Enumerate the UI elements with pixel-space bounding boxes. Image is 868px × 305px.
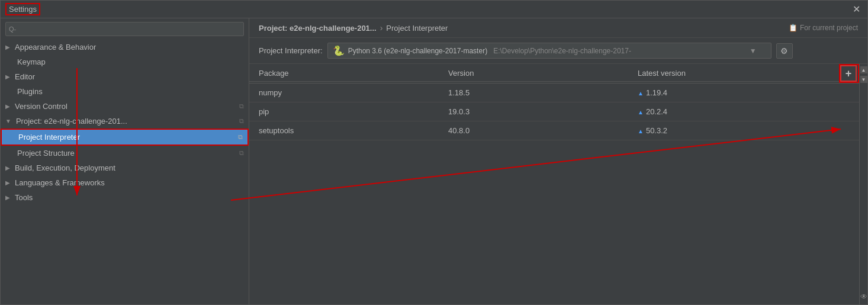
arrow-icon: ▼ [5, 118, 11, 124]
interpreter-path: E:\Develop\Python\e2e-nlg-challenge-2017… [493, 47, 631, 55]
sidebar-item-label: Keymap [17, 57, 46, 66]
gear-button[interactable]: ⚙ [776, 43, 793, 59]
copy-icon: ⧉ [238, 133, 243, 141]
dropdown-arrow-icon: ▼ [750, 47, 757, 55]
upgrade-arrow-icon: ▲ [638, 109, 644, 115]
table-and-scroll: Package Version Latest version + [249, 64, 867, 304]
title-bar: Settings ✕ [1, 1, 867, 18]
scroll-down-button[interactable]: ▼ [860, 76, 867, 83]
package-cell: setuptools [249, 124, 439, 137]
copy-icon: ⧉ [239, 117, 244, 125]
eye-icon[interactable]: 👁 [860, 293, 867, 300]
sidebar: Q- ▶ Appearance & Behavior Keymap ▶ Edit… [1, 18, 249, 304]
title-bar-title-wrap: Settings [5, 3, 40, 15]
sidebar-item-project-interpreter[interactable]: Project Interpreter ⧉ [2, 130, 247, 145]
arrow-icon: ▶ [5, 194, 10, 201]
version-cell: 19.0.3 [439, 105, 628, 118]
sidebar-item-label: Project Interpreter [18, 133, 80, 142]
col-latest-header: Latest version [628, 69, 839, 78]
interpreter-name: Python 3.6 (e2e-nlg-challenge-2017-maste… [348, 47, 487, 55]
window-title: Settings [9, 5, 37, 14]
arrow-icon: ▶ [5, 179, 10, 186]
search-input[interactable] [5, 22, 244, 36]
add-package-button[interactable]: + [840, 65, 857, 82]
search-icon: Q- [9, 25, 16, 33]
sidebar-item-languages[interactable]: ▶ Languages & Frameworks [1, 175, 249, 190]
table-row[interactable]: pip 19.0.3 ▲20.2.4 [249, 102, 859, 121]
for-current-project-label: For current project [800, 24, 858, 32]
table-header-row: Package Version Latest version + [249, 64, 859, 84]
sidebar-item-label: Tools [15, 193, 33, 202]
interpreter-label: Project Interpreter: [259, 46, 323, 55]
version-cell: 40.8.0 [439, 124, 628, 137]
col-package-header: Package [249, 69, 439, 78]
arrow-icon: ▶ [5, 103, 10, 110]
sidebar-item-label: Plugins [17, 87, 43, 96]
main-content: Q- ▶ Appearance & Behavior Keymap ▶ Edit… [1, 18, 867, 304]
breadcrumb-separator: › [380, 23, 383, 33]
package-cell: pip [249, 105, 439, 118]
latest-cell: ▲20.2.4 [628, 105, 859, 118]
sidebar-item-label: Build, Execution, Deployment [15, 163, 115, 172]
package-cell: numpy [249, 86, 439, 99]
sidebar-item-label: Version Control [15, 102, 67, 111]
sidebar-item-appearance[interactable]: ▶ Appearance & Behavior [1, 40, 249, 54]
arrow-icon: ▶ [5, 44, 10, 50]
sidebar-item-keymap[interactable]: Keymap [1, 54, 249, 69]
col-version-header: Version [439, 69, 628, 78]
latest-cell: ▲50.3.2 [628, 124, 859, 137]
sidebar-item-tools[interactable]: ▶ Tools [1, 190, 249, 205]
copy-icon: ⧉ [239, 149, 244, 157]
arrow-icon: ▶ [5, 73, 10, 80]
copy-icon: ⧉ [239, 102, 244, 110]
sidebar-item-label: Languages & Frameworks [15, 178, 105, 187]
interpreter-row: Project Interpreter: 🐍 Python 3.6 (e2e-n… [249, 38, 867, 64]
scrollbar-area: ▲ ▼ 👁 [859, 64, 867, 304]
interpreter-dropdown[interactable]: 🐍 Python 3.6 (e2e-nlg-challenge-2017-mas… [327, 43, 771, 59]
scroll-up-button[interactable]: ▲ [860, 66, 867, 73]
version-cell: 1.18.5 [439, 86, 628, 99]
sidebar-item-label: Project Structure [17, 149, 75, 158]
table-body: numpy 1.18.5 ▲1.19.4 pip 19.0.3 [249, 84, 859, 304]
sidebar-item-label: Editor [15, 72, 35, 81]
arrow-icon: ▶ [5, 165, 10, 171]
package-table: Package Version Latest version + [249, 64, 859, 304]
sidebar-item-project[interactable]: ▼ Project: e2e-nlg-challenge-201... ⧉ [1, 114, 249, 129]
sidebar-item-build[interactable]: ▶ Build, Execution, Deployment [1, 160, 249, 175]
add-btn-wrap: + [839, 64, 859, 83]
settings-window: Settings ✕ Q- ▶ Appearance & Behavior Ke… [0, 0, 868, 305]
python-icon: 🐍 [333, 45, 345, 56]
for-current-project: 📋 For current project [789, 24, 858, 32]
table-row[interactable]: numpy 1.18.5 ▲1.19.4 [249, 84, 859, 102]
sidebar-item-version-control[interactable]: ▶ Version Control ⧉ [1, 99, 249, 114]
search-box: Q- [5, 22, 244, 36]
sidebar-item-project-structure[interactable]: Project Structure ⧉ [1, 146, 249, 160]
sidebar-item-label: Project: e2e-nlg-challenge-201... [16, 117, 127, 126]
panel-right: Package Version Latest version + [249, 64, 867, 304]
breadcrumb-project: Project: e2e-nlg-challenge-201... [259, 24, 377, 33]
close-button[interactable]: ✕ [850, 4, 863, 15]
sidebar-item-label: Appearance & Behavior [15, 43, 96, 52]
upgrade-arrow-icon: ▲ [638, 128, 644, 134]
project-icon: 📋 [789, 24, 798, 32]
right-panel: Project: e2e-nlg-challenge-201... › Proj… [249, 18, 867, 304]
sidebar-item-editor[interactable]: ▶ Editor [1, 69, 249, 84]
table-header: Package Version Latest version [249, 65, 839, 82]
table-row[interactable]: setuptools 40.8.0 ▲50.3.2 [249, 121, 859, 140]
latest-cell: ▲1.19.4 [628, 86, 859, 99]
active-item-border: Project Interpreter ⧉ [1, 129, 249, 146]
sidebar-item-plugins[interactable]: Plugins [1, 84, 249, 99]
breadcrumb-bar: Project: e2e-nlg-challenge-201... › Proj… [249, 18, 867, 38]
breadcrumb-current: Project Interpreter [386, 24, 448, 33]
upgrade-arrow-icon: ▲ [638, 90, 644, 97]
